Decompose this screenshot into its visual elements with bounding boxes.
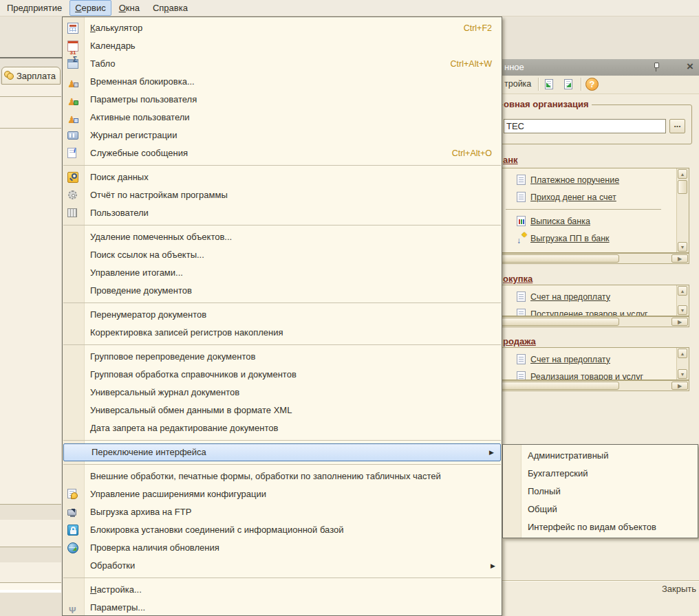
function-link[interactable]: Счет на предоплату (530, 292, 610, 302)
scroll-thumb[interactable] (495, 382, 619, 390)
menu-separator (63, 437, 502, 443)
menu-item-label: Временная блокировка... (90, 76, 195, 87)
menu-item[interactable]: Дата запрета на редактирование документо… (63, 419, 502, 437)
scroll-right-button[interactable]: ▶ (671, 382, 688, 390)
function-link[interactable]: Счет на предоплату (530, 355, 610, 364)
section-header-bank[interactable]: анк (503, 155, 518, 165)
menu-item[interactable]: Блокировка установки соединений с информ… (63, 521, 502, 539)
menu-item[interactable]: Настройка... (63, 581, 502, 599)
save-settings-button[interactable] (561, 78, 577, 91)
vertical-scrollbar[interactable]: ▲ ▼ (676, 348, 689, 380)
tab-zarplata[interactable]: Зарплата (1, 67, 61, 85)
horizontal-scrollbar[interactable]: ▶ (494, 253, 689, 264)
menu-item[interactable]: Пользователи (63, 204, 502, 222)
menu-item[interactable]: Внешние обработки, печатные формы, обраб… (63, 468, 502, 485)
section-header-prodazha[interactable]: родажа (503, 336, 536, 346)
scroll-thumb[interactable] (495, 254, 619, 263)
menu-item[interactable]: Служебные сообщения Ctrl+Alt+O (63, 144, 502, 162)
menu-item[interactable]: Параметры пользователя (63, 91, 502, 109)
menu-item[interactable]: Удаление помеченных объектов... (63, 228, 502, 246)
menu-item[interactable]: Групповая обработка справочников и докум… (63, 366, 502, 384)
function-link[interactable]: Платежное поручение (530, 175, 619, 185)
menubar-item-label: авка (169, 3, 188, 13)
submenu-item-label: Бухгалтерский (528, 468, 588, 478)
menu-item-shortcut: Ctrl+F2 (464, 19, 492, 37)
close-button[interactable]: Закрыть (662, 584, 696, 594)
menubar-item[interactable]: Предприятие (1, 0, 67, 16)
menubar-item[interactable]: Справка (147, 0, 193, 16)
pin-icon[interactable] (654, 63, 660, 72)
menu-item[interactable]: Проверка наличия обновления (63, 539, 502, 557)
organization-picker-button[interactable]: ... (669, 119, 685, 133)
scroll-right-button[interactable]: ▶ (671, 318, 688, 326)
menu-item[interactable]: Управление расширениями конфигурации (63, 485, 502, 503)
menu-item[interactable]: Универсальный журнал документов (63, 384, 502, 402)
menu-item[interactable]: Корректировка записей регистров накоплен… (63, 324, 502, 342)
load-settings-button[interactable] (542, 78, 557, 91)
menu-item[interactable]: Перенумератор документов (63, 306, 502, 324)
function-link[interactable]: Приход денег на счет (530, 192, 616, 202)
menu-item[interactable]: Универсальный обмен данными в формате XM… (63, 402, 502, 419)
menubar-item[interactable]: Окна (114, 0, 145, 16)
menu-item[interactable]: Календарь (63, 37, 502, 55)
menu-item[interactable]: Поиск данных (63, 168, 502, 186)
menubar-item-label: ервис (82, 3, 106, 13)
document-icon (517, 309, 526, 316)
scroll-right-button[interactable]: ▶ (671, 254, 688, 263)
menu-item[interactable]: Отчёт по настройкам программы (63, 186, 502, 204)
scroll-up-button[interactable]: ▲ (678, 349, 687, 358)
menu-item[interactable]: Управление итогами... (63, 264, 502, 282)
vertical-scrollbar[interactable]: ▲ ▼ (676, 285, 689, 316)
horizontal-scrollbar[interactable]: ▶ (494, 316, 689, 327)
data-search-icon (67, 172, 78, 183)
scroll-down-button[interactable]: ▼ (678, 305, 687, 315)
menu-item-label: Параметры... (90, 602, 145, 613)
menu-item[interactable]: Обработки ▶ (63, 557, 502, 575)
submenu-item-label: Полный (528, 486, 561, 496)
menu-item[interactable]: Поиск ссылок на объекты... (63, 246, 502, 264)
section-header-pokupka[interactable]: окупка (503, 274, 533, 284)
submenu-item[interactable]: Административный (503, 447, 698, 465)
main-organization-groupbox: овная организация ТЕС ... (482, 104, 692, 144)
menu-item[interactable]: Проведение документов (63, 282, 502, 300)
menu-item-label: Управление итогами... (90, 267, 183, 278)
function-link[interactable]: Поступление товаров и услуг (530, 309, 648, 317)
scroll-up-button[interactable]: ▲ (678, 286, 687, 296)
scroll-thumb[interactable] (678, 180, 687, 194)
help-icon[interactable]: ? (585, 78, 599, 91)
menu-item[interactable]: Журнал регистрации (63, 126, 502, 144)
menu-item-label: Внешние обработки, печатные формы, обраб… (90, 471, 441, 481)
scroll-thumb[interactable] (495, 318, 619, 326)
function-link[interactable]: Выписка банка (530, 217, 590, 226)
submenu-item[interactable]: Интерфейс по видам объектов (503, 518, 698, 536)
vertical-scrollbar[interactable]: ▲ ▼ (676, 168, 689, 252)
menu-item[interactable]: Параметры... (63, 599, 502, 616)
scroll-down-button[interactable]: ▼ (678, 242, 687, 252)
submenu-item[interactable]: Полный (503, 483, 698, 500)
menu-item[interactable]: Выгрузка архива на FTP (63, 503, 502, 521)
close-icon[interactable]: × (684, 59, 696, 76)
submenu-item[interactable]: Бухгалтерский (503, 465, 698, 483)
menu-separator (63, 575, 502, 581)
scroll-down-button[interactable]: ▼ (678, 369, 687, 379)
submenu-item-label: Общий (528, 504, 557, 514)
menu-item[interactable]: Калькулятор Ctrl+F2 (63, 19, 502, 37)
menubar-item[interactable]: Сервис (69, 0, 111, 16)
left-toolbar (0, 16, 62, 58)
menu-item[interactable]: Активные пользователи (63, 109, 502, 126)
scroll-up-button[interactable]: ▲ (678, 169, 687, 179)
submenu-item[interactable]: Общий (503, 500, 698, 518)
menu-item[interactable]: Переключение интерфейса ▶ (63, 443, 501, 461)
function-link[interactable]: Выгрузка ПП в банк (530, 234, 610, 243)
menu-item-label: Дата запрета на редактирование документо… (90, 423, 278, 433)
left-panel-row (0, 547, 61, 562)
menu-item-label: Проведение документов (90, 285, 192, 296)
horizontal-scrollbar[interactable]: ▶ (494, 380, 689, 391)
menu-item[interactable]: Временная блокировка... (63, 73, 502, 91)
organization-input[interactable]: ТЕС (504, 119, 666, 133)
left-panel-row (0, 593, 61, 616)
function-link[interactable]: Реализация товаров и услуг (530, 372, 643, 381)
menu-item[interactable]: Групповое перепроведение документов (63, 348, 502, 366)
menu-item[interactable]: Табло Ctrl+Alt+W (63, 55, 502, 73)
settings-button[interactable]: тройка (504, 76, 531, 93)
